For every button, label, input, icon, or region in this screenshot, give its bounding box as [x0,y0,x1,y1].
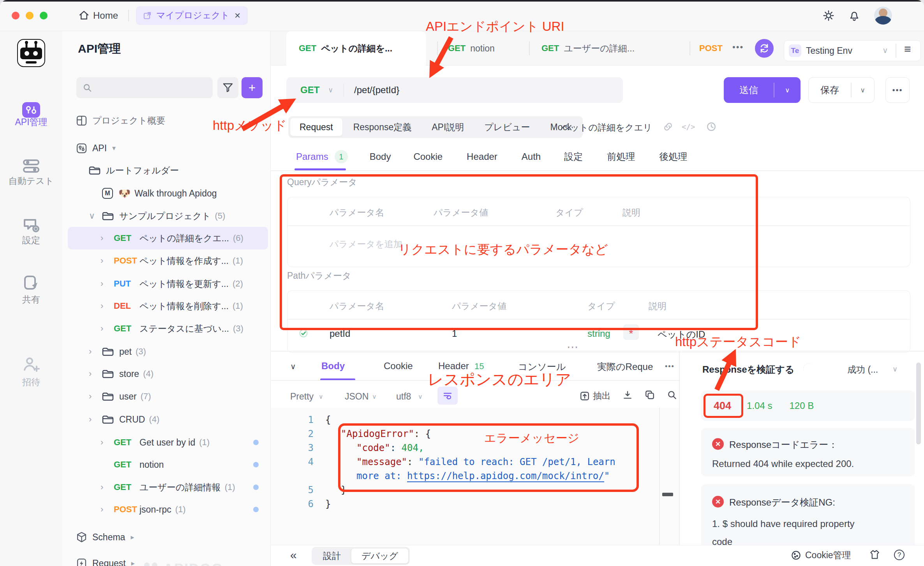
save-button[interactable]: 保存 ∨ [808,77,875,103]
sidebar-item-folder-store[interactable]: › store (4) [68,363,268,385]
sidebar-item-get-user-by-id[interactable]: › GET Get user by id (1) [68,431,268,454]
help-link[interactable]: https://help.apidog.com/mock/intro/ [407,470,604,482]
settings-icon[interactable] [22,218,40,233]
help-icon[interactable]: ? [894,550,905,560]
resp-tab-cookie[interactable]: Cookie [384,361,413,371]
minimize-window-button[interactable] [26,12,34,19]
tab-cookie[interactable]: Cookie [413,151,443,162]
sidebar-item-get-notion[interactable]: GET notion [68,453,268,476]
mode-debug[interactable]: デバッグ [351,548,409,564]
tab-request[interactable]: Request [290,118,342,136]
chevron-down-icon[interactable]: ∨ [89,211,102,221]
wrap-lines-button[interactable] [437,387,458,405]
chevron-right-icon[interactable]: › [89,414,102,424]
sidebar-item-get-pet-detail[interactable]: › GET ペットの詳細をクエ... (6) [68,227,268,249]
param-type-cell[interactable]: string [587,328,610,339]
sidebar-item-folder-crud[interactable]: › CRUD (4) [68,408,268,431]
chevron-right-icon[interactable]: › [101,279,114,289]
add-param-placeholder[interactable]: パラメータを追加 [330,238,402,250]
expected-rule-select[interactable]: 成功 (... [847,364,878,376]
add-api-button[interactable]: + [242,77,263,98]
scrollbar-mark[interactable] [662,493,673,496]
chevron-down-icon[interactable]: ∨ [328,86,333,94]
encoding-select[interactable]: utf8 [396,391,411,402]
request-more-button[interactable]: ••• [885,77,910,103]
avatar[interactable] [874,7,892,25]
tab-header[interactable]: Header [467,151,497,162]
tab-preview[interactable]: プレビュー [475,118,539,136]
chevron-right-icon[interactable]: › [89,391,102,402]
splitter-handle-icon[interactable]: ⋯ [567,340,580,354]
tab-preprocess[interactable]: 前処理 [607,150,635,163]
doc-tab-post[interactable]: POST [699,31,723,65]
caret-down-icon[interactable]: ▾ [112,144,116,152]
sidebar-item-project-overview[interactable]: プロジェクト概要 [68,109,268,132]
environment-select[interactable]: Te Testing Env ∨ ≡ [784,40,921,61]
tab-postprocess[interactable]: 後処理 [659,150,687,163]
share-doc-icon[interactable] [22,275,40,290]
sidebar-item-api-section[interactable]: API ▾ [68,137,268,159]
bell-icon[interactable] [848,10,860,21]
filter-button[interactable] [217,77,238,98]
gear-icon[interactable] [823,10,834,21]
code-view-icon[interactable]: </> [682,122,695,131]
tab-api-desc[interactable]: API説明 [422,118,473,136]
rail-item-invite[interactable]: 招待 [0,376,62,388]
chevron-right-icon[interactable]: › [101,504,114,515]
save-options-chevron[interactable]: ∨ [852,86,875,94]
sidebar-item-get-by-status[interactable]: › GET ステータスに基づい... (3) [68,317,268,340]
theme-shirt-icon[interactable] [869,549,880,560]
doc-tab-notion[interactable]: GET notion [448,31,495,65]
tab-body[interactable]: Body [370,151,391,162]
zoom-window-button[interactable] [40,12,48,19]
sidebar-item-walk-through[interactable]: M 🐶 Walk through Apidog [68,182,268,205]
sidebar-item-put-update-pet[interactable]: › PUT ペット情報を更新す... (2) [68,272,268,295]
rail-item-auto-test[interactable]: 自動テスト [0,175,62,187]
tab-params[interactable]: Params [296,151,328,162]
collapse-response-chevron[interactable]: ∨ [290,362,296,371]
sidebar-item-schema[interactable]: Schema ▸ [68,526,268,548]
chevron-right-icon[interactable]: › [101,301,114,311]
resp-more-icon[interactable]: ••• [665,363,675,371]
search-input[interactable] [76,77,213,98]
rail-item-share[interactable]: 共有 [0,294,62,306]
sidebar-item-post-create-pet[interactable]: › POST ペット情報を作成す... (1) [68,249,268,272]
link-icon[interactable] [663,122,673,132]
hamburger-icon[interactable]: ≡ [904,42,911,56]
sidebar-item-root-folder[interactable]: ルートフォルダー [68,159,268,182]
project-tab[interactable]: マイプロジェクト ✕ [136,6,248,25]
home-button[interactable]: Home [79,10,118,21]
sidebar-item-del-delete-pet[interactable]: › DEL ペット情報を削除す... (1) [68,295,268,317]
resp-tab-body[interactable]: Body [321,361,345,371]
sidebar-item-folder-pet[interactable]: › pet (3) [68,340,268,363]
rail-item-api-management[interactable]: API管理 [0,116,62,128]
caret-right-icon[interactable]: ▸ [131,559,135,566]
close-window-button[interactable] [12,12,19,19]
url-input[interactable]: /pet/{petId} [354,85,399,96]
chevron-right-icon[interactable]: › [101,324,114,334]
tab-response-def[interactable]: Response定義 [344,118,421,136]
send-button[interactable]: 送信 ∨ [724,77,801,103]
caret-right-icon[interactable]: ▸ [130,533,134,541]
invite-user-icon[interactable] [22,356,40,373]
param-value-cell[interactable]: 1 [452,328,457,339]
doc-tab-user-detail[interactable]: GET ユーザーの詳細... [541,31,635,65]
resp-tab-actual-request[interactable]: 実際のReque [597,361,653,373]
search-response-icon[interactable] [667,390,677,400]
apidog-logo-icon[interactable] [17,39,45,67]
chevron-right-icon[interactable]: › [89,369,102,379]
history-clock-icon[interactable] [706,122,716,132]
api-management-icon[interactable] [22,102,40,118]
method-select[interactable]: GET [300,85,319,96]
resp-tab-console[interactable]: コンソール [518,361,566,373]
chevron-right-icon[interactable]: › [89,347,102,357]
chevron-right-icon[interactable]: › [101,482,114,492]
sidebar-item-sample-project[interactable]: ∨ サンプルプロジェクト (5) [68,205,268,227]
copy-icon[interactable] [645,390,655,400]
more-tabs-icon[interactable]: ••• [732,42,744,52]
mode-design[interactable]: 設計 [313,548,351,564]
doc-tab-pet-detail[interactable]: GET ペットの詳細を... [286,31,426,65]
download-icon[interactable] [622,390,633,400]
sidebar-item-get-user-detail[interactable]: › GET ユーザーの詳細情報 (1) [68,476,268,499]
cookie-manager-button[interactable]: Cookie管理 [791,549,851,561]
